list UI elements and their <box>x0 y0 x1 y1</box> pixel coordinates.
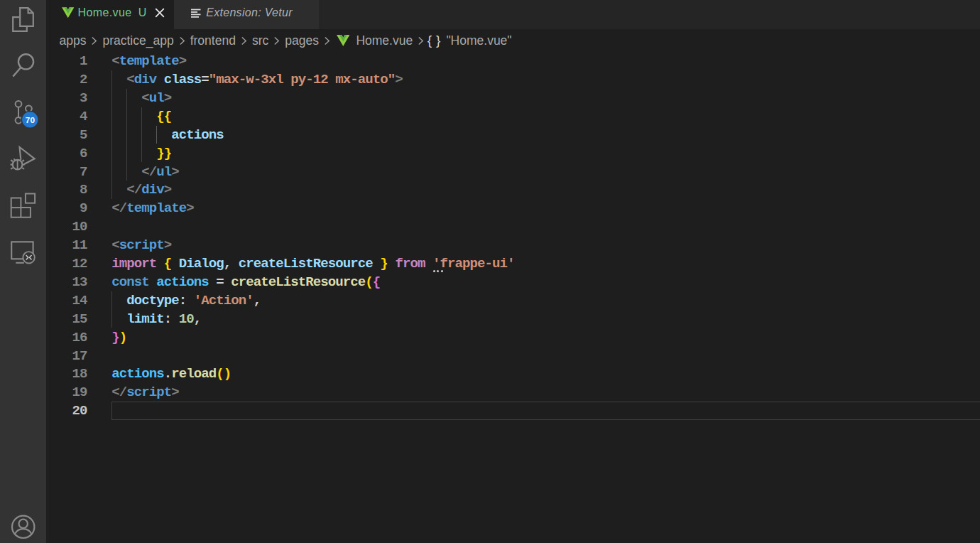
svg-text:70: 70 <box>26 115 36 125</box>
